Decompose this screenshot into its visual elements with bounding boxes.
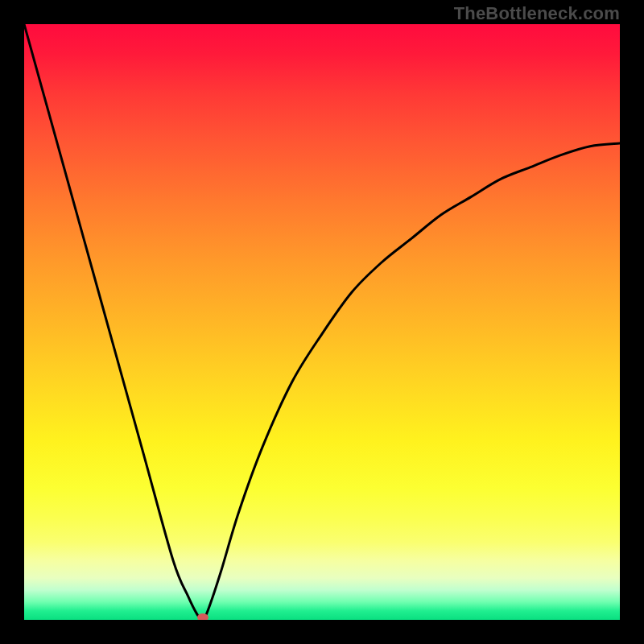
curve-svg xyxy=(24,24,620,620)
bottleneck-curve xyxy=(24,24,620,620)
watermark-text: TheBottleneck.com xyxy=(454,3,620,24)
plot-area xyxy=(24,24,620,620)
chart-frame: TheBottleneck.com xyxy=(0,0,644,644)
